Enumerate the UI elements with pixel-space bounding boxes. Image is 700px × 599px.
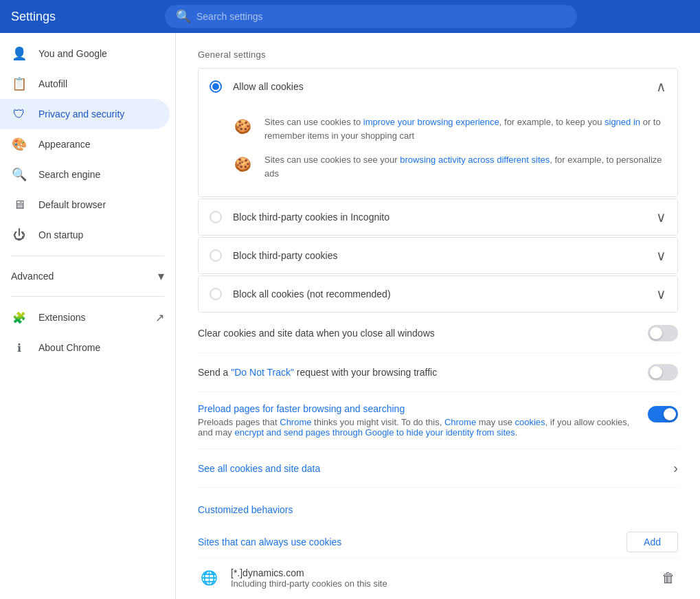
cookie-icon-1: 🍪 (232, 115, 253, 137)
sidebar-item-search-engine[interactable]: 🔍 Search engine (0, 159, 170, 190)
cookie-icon-2: 🍪 (232, 153, 253, 175)
cookie-option-allow-all: Allow all cookies ∧ 🍪 Sites can use cook… (198, 68, 678, 197)
preload-toggle[interactable] (648, 406, 678, 422)
site-entry: 🌐 [*.]dynamics.com Including third-party… (198, 558, 678, 597)
sidebar-item-you-google[interactable]: 👤 You and Google (0, 38, 170, 69)
radio-block-incognito[interactable] (210, 211, 222, 223)
block-third-party-label: Block third-party cookies (233, 250, 656, 261)
appearance-icon: 🎨 (11, 136, 27, 152)
sidebar-item-privacy[interactable]: 🛡 Privacy and security (0, 99, 170, 129)
sidebar: 👤 You and Google 📋 Autofill 🛡 Privacy an… (0, 33, 176, 599)
block-all-expand-icon: ∨ (656, 286, 666, 302)
external-link-icon: ↗ (155, 311, 164, 324)
clear-cookies-row: Clear cookies and site data when you clo… (198, 314, 678, 353)
sidebar-item-advanced[interactable]: Advanced ▾ (0, 262, 175, 291)
app-title: Settings (11, 10, 148, 24)
sidebar-item-default-browser[interactable]: 🖥 Default browser (0, 190, 170, 220)
sidebar-label-privacy: Privacy and security (38, 109, 124, 120)
allow-all-body: 🍪 Sites can use cookies to improve your … (199, 104, 677, 196)
cookie-option-block-all: Block all cookies (not recommended) ∨ (198, 275, 678, 313)
allow-all-collapse-icon: ∧ (656, 78, 666, 95)
site-icon: 🌐 (198, 567, 220, 589)
delete-site-icon[interactable]: 🗑 (659, 567, 678, 589)
sidebar-item-on-startup[interactable]: ⏻ On startup (0, 220, 170, 250)
general-settings-title: General settings (198, 49, 678, 60)
see-all-row[interactable]: See all cookies and site data › (198, 449, 678, 488)
cookie-option-third-party-header[interactable]: Block third-party cookies ∨ (199, 238, 677, 273)
see-all-text: See all cookies and site data (198, 463, 673, 474)
block-third-party-expand-icon: ∨ (656, 247, 666, 264)
radio-block-all[interactable] (210, 288, 222, 300)
sidebar-label-autofill: Autofill (38, 78, 67, 89)
cookie-option-block-third-party: Block third-party cookies ∨ (198, 237, 678, 274)
content-area: General settings Allow all cookies ∧ 🍪 S… (176, 33, 700, 599)
startup-icon: ⏻ (11, 227, 27, 243)
site-name: [*.]dynamics.com (231, 567, 659, 578)
autofill-icon: 📋 (11, 76, 27, 92)
browser-icon: 🖥 (11, 196, 27, 213)
cookie-option-incognito-header[interactable]: Block third-party cookies in Incognito ∨ (199, 199, 677, 235)
person-icon: 👤 (11, 45, 27, 62)
do-not-track-row: Send a "Do Not Track" request with your … (198, 353, 678, 392)
preload-title: Preload pages for faster browsing and se… (198, 403, 637, 414)
customized-section: Customized behaviors Sites that can alwa… (198, 504, 678, 597)
about-label: About Chrome (38, 342, 100, 353)
customized-title: Customized behaviors (198, 504, 678, 515)
sidebar-label-appearance: Appearance (38, 139, 91, 150)
radio-block-third-party[interactable] (210, 249, 222, 262)
cookie-option-block-all-header[interactable]: Block all cookies (not recommended) ∨ (199, 276, 677, 312)
preload-desc: Preloads pages that Chrome thinks you mi… (198, 417, 637, 438)
cookie-option-block-incognito: Block third-party cookies in Incognito ∨ (198, 199, 678, 236)
search-icon: 🔍 (176, 9, 191, 24)
extensions-label: Extensions (38, 312, 85, 323)
clear-cookies-toggle[interactable] (648, 325, 678, 341)
block-incognito-expand-icon: ∨ (656, 209, 666, 225)
shield-icon: 🛡 (11, 106, 27, 122)
sidebar-label-default-browser: Default browser (38, 199, 106, 210)
sidebar-item-appearance[interactable]: 🎨 Appearance (0, 129, 170, 159)
see-all-arrow-icon: › (673, 460, 678, 476)
chrome-icon: ℹ (11, 339, 27, 356)
add-button[interactable]: Add (626, 532, 678, 552)
cookie-detail-text-2: Sites can use cookies to see your browsi… (264, 153, 666, 180)
cookie-detail-1: 🍪 Sites can use cookies to improve your … (232, 110, 666, 148)
sites-row: Sites that can always use cookies Add (198, 526, 678, 558)
do-not-track-toggle[interactable] (648, 364, 678, 381)
site-entry-info: [*.]dynamics.com Including third-party c… (231, 567, 659, 589)
advanced-arrow-icon: ▾ (158, 269, 164, 284)
radio-allow-all[interactable] (210, 80, 222, 93)
cookie-option-allow-all-header[interactable]: Allow all cookies ∧ (199, 69, 677, 104)
main-layout: 👤 You and Google 📋 Autofill 🛡 Privacy an… (0, 33, 700, 599)
preload-row: Preload pages for faster browsing and se… (198, 392, 678, 449)
cookie-detail-2: 🍪 Sites can use cookies to see your brow… (232, 148, 666, 185)
sidebar-divider-1 (11, 256, 164, 256)
clear-cookies-text: Clear cookies and site data when you clo… (198, 328, 648, 339)
sidebar-label-search: Search engine (38, 169, 100, 180)
sidebar-divider-2 (11, 296, 164, 297)
block-incognito-label: Block third-party cookies in Incognito (233, 212, 656, 223)
sidebar-label-on-startup: On startup (38, 229, 83, 240)
extensions-icon: 🧩 (11, 309, 27, 326)
cookie-detail-text-1: Sites can use cookies to improve your br… (264, 115, 666, 142)
search-engine-icon: 🔍 (11, 166, 27, 183)
sidebar-item-autofill[interactable]: 📋 Autofill (0, 69, 170, 99)
sidebar-item-extensions[interactable]: 🧩 Extensions ↗ (0, 302, 175, 332)
site-sub: Including third-party cookies on this si… (231, 578, 659, 589)
search-input[interactable] (196, 11, 566, 22)
sidebar-label-you-google: You and Google (38, 48, 107, 59)
advanced-label: Advanced (11, 271, 158, 282)
sidebar-item-about[interactable]: ℹ About Chrome (0, 332, 170, 363)
search-bar[interactable]: 🔍 (165, 5, 577, 28)
sites-label: Sites that can always use cookies (198, 536, 626, 547)
topbar: Settings 🔍 (0, 0, 700, 33)
preload-text: Preload pages for faster browsing and se… (198, 403, 637, 438)
allow-all-label: Allow all cookies (233, 81, 656, 92)
block-all-label: Block all cookies (not recommended) (233, 289, 656, 300)
do-not-track-text: Send a "Do Not Track" request with your … (198, 367, 648, 378)
